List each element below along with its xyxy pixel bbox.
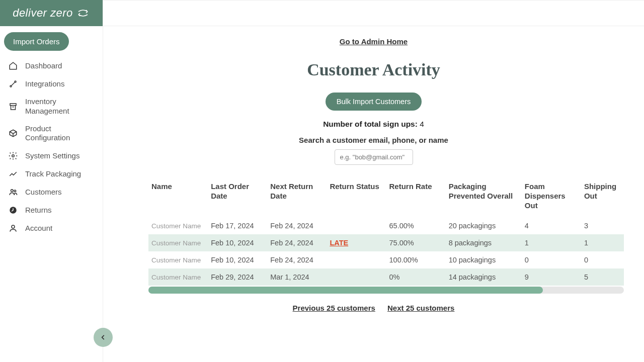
svg-point-7	[12, 225, 15, 228]
sidebar-item-label: Customers	[25, 188, 62, 197]
customers-table: Name Last Order Date Next Return Date Re…	[148, 178, 624, 286]
page-title: Customer Activity	[103, 60, 644, 79]
brand-text: deliver zero	[13, 7, 73, 20]
pager-next-link[interactable]: Next 25 customers	[387, 304, 454, 312]
sidebar-item-returns[interactable]: Returns	[4, 201, 99, 219]
cell-foam: 1	[522, 234, 581, 251]
svg-rect-2	[10, 104, 16, 106]
signups-count: Number of total sign ups: 4	[103, 120, 644, 129]
cell-rate: 75.00%	[386, 234, 446, 251]
table-row[interactable]: Customer NameFeb 10, 2024Feb 24, 2024100…	[148, 251, 624, 268]
col-foam[interactable]: Foam Dispensers Out	[522, 178, 581, 217]
cell-last-order: Feb 17, 2024	[208, 217, 267, 234]
chart-line-icon	[8, 169, 18, 179]
sidebar-item-inventory[interactable]: Inventory Management	[4, 93, 99, 120]
cell-name: Customer Name	[148, 268, 208, 286]
archive-icon	[8, 102, 18, 112]
box-icon	[8, 128, 18, 138]
search-input[interactable]	[335, 149, 413, 165]
main: Go to Admin Home Customer Activity Bulk …	[103, 0, 644, 362]
table-row[interactable]: Customer NameFeb 17, 2024Feb 24, 202465.…	[148, 217, 624, 234]
sidebar-nav: Dashboard Integrations Inventory Managem…	[0, 57, 103, 237]
col-shipping[interactable]: Shipping Out	[581, 178, 624, 217]
sidebar-item-label: Product Configuration	[25, 124, 95, 143]
signups-label: Number of total sign ups:	[323, 120, 418, 128]
pager-prev-link[interactable]: Previous 25 customers	[293, 304, 375, 312]
cell-last-order: Feb 10, 2024	[208, 251, 267, 268]
plug-icon	[8, 79, 18, 89]
cell-name: Customer Name	[148, 217, 208, 234]
svg-point-5	[14, 190, 16, 192]
signups-value: 4	[420, 120, 424, 128]
table-horizontal-scrollbar[interactable]	[148, 287, 624, 294]
users-icon	[8, 187, 18, 197]
cell-name: Customer Name	[148, 234, 208, 251]
table-row[interactable]: Customer NameFeb 29, 2024Mar 1, 20240%14…	[148, 268, 624, 286]
table-row[interactable]: Customer NameFeb 10, 2024Feb 24, 2024LAT…	[148, 234, 624, 251]
cell-name: Customer Name	[148, 251, 208, 268]
svg-point-4	[11, 190, 14, 192]
topbar	[103, 0, 644, 26]
cell-last-order: Feb 10, 2024	[208, 234, 267, 251]
sidebar-item-settings[interactable]: System Settings	[4, 147, 99, 165]
sidebar-item-track[interactable]: Track Packaging	[4, 165, 99, 183]
customers-table-wrap: Name Last Order Date Next Return Date Re…	[148, 178, 624, 294]
col-packaging[interactable]: Packaging Prevented Overall	[446, 178, 522, 217]
cell-shipping: 1	[581, 234, 624, 251]
cell-packaging: 10 packagings	[446, 251, 522, 268]
admin-home-link[interactable]: Go to Admin Home	[340, 37, 408, 46]
svg-point-1	[15, 81, 16, 82]
col-name[interactable]: Name	[148, 178, 208, 217]
sidebar: deliver zero Import Orders Dashboard Int…	[0, 0, 103, 362]
sidebar-item-label: Account	[25, 224, 52, 233]
cell-next-return: Feb 24, 2024	[267, 251, 327, 268]
gear-icon	[8, 151, 18, 161]
cell-foam: 0	[522, 251, 581, 268]
sidebar-item-customers[interactable]: Customers	[4, 183, 99, 201]
cell-rate: 65.00%	[386, 217, 446, 234]
col-return-status[interactable]: Return Status	[327, 178, 386, 217]
sidebar-item-account[interactable]: Account	[4, 219, 99, 237]
svg-point-3	[12, 155, 15, 157]
sidebar-item-label: Inventory Management	[25, 97, 95, 116]
cell-last-order: Feb 29, 2024	[208, 268, 267, 286]
svg-point-0	[10, 85, 12, 87]
return-icon	[8, 205, 18, 215]
col-return-rate[interactable]: Return Rate	[386, 178, 446, 217]
pager: Previous 25 customers Next 25 customers	[103, 304, 644, 312]
cell-rate: 100.00%	[386, 251, 446, 268]
cell-status	[327, 268, 386, 286]
cell-shipping: 5	[581, 268, 624, 286]
cell-shipping: 0	[581, 251, 624, 268]
cell-packaging: 8 packagings	[446, 234, 522, 251]
sidebar-item-label: Dashboard	[25, 61, 62, 71]
bulk-import-button[interactable]: Bulk Import Customers	[326, 93, 422, 111]
sidebar-item-product-config[interactable]: Product Configuration	[4, 120, 99, 147]
brand-logo: deliver zero	[0, 0, 103, 26]
cell-rate: 0%	[386, 268, 446, 286]
col-last-order[interactable]: Last Order Date	[208, 178, 267, 217]
cell-status: LATE	[327, 234, 386, 251]
cell-next-return: Mar 1, 2024	[267, 268, 327, 286]
recycle-icon	[76, 8, 90, 19]
late-badge[interactable]: LATE	[330, 239, 348, 247]
cell-packaging: 20 packagings	[446, 217, 522, 234]
content: Go to Admin Home Customer Activity Bulk …	[103, 26, 644, 312]
cell-shipping: 3	[581, 217, 624, 234]
import-orders-button[interactable]: Import Orders	[4, 32, 69, 51]
scrollbar-thumb[interactable]	[148, 287, 543, 294]
search-label: Search a customer email, phone, or name	[103, 136, 644, 144]
cell-foam: 4	[522, 217, 581, 234]
sidebar-item-integrations[interactable]: Integrations	[4, 75, 99, 93]
sidebar-item-label: Integrations	[25, 79, 64, 89]
sidebar-item-label: Track Packaging	[25, 169, 81, 179]
user-icon	[8, 223, 18, 233]
col-next-return[interactable]: Next Return Date	[267, 178, 327, 217]
cell-status	[327, 251, 386, 268]
cell-next-return: Feb 24, 2024	[267, 234, 327, 251]
sidebar-item-dashboard[interactable]: Dashboard	[4, 57, 99, 75]
table-header-row: Name Last Order Date Next Return Date Re…	[148, 178, 624, 217]
cell-foam: 9	[522, 268, 581, 286]
cell-next-return: Feb 24, 2024	[267, 217, 327, 234]
cell-status	[327, 217, 386, 234]
